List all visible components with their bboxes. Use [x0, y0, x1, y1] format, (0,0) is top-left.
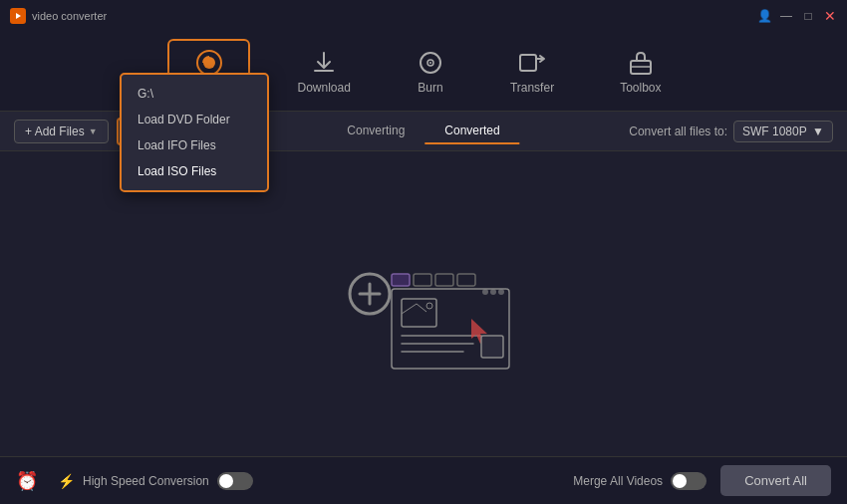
- toolbar-transfer[interactable]: Transfer: [492, 41, 572, 103]
- format-dropdown-arrow-icon: ▼: [812, 125, 824, 138]
- titlebar-left: video converter: [10, 8, 107, 24]
- toolbar-download[interactable]: Download: [280, 41, 369, 103]
- tab-group: Converting Converted: [327, 119, 519, 144]
- dropdown-item-load-iso-files[interactable]: Load ISO Files: [122, 158, 267, 184]
- bottombar-left: ⏰ ⚡ High Speed Conversion: [16, 470, 253, 492]
- svg-point-26: [482, 289, 488, 295]
- svg-rect-15: [457, 274, 475, 286]
- toolbox-label: Toolbox: [620, 81, 661, 95]
- tab-converted[interactable]: Converted: [424, 119, 519, 144]
- high-speed-conversion: ⚡ High Speed Conversion: [58, 472, 253, 490]
- titlebar: video converter 👤 — □ ✕: [0, 0, 847, 32]
- convert-all-button[interactable]: Convert All: [720, 465, 831, 496]
- empty-state-illustration: [324, 224, 523, 383]
- load-dvd-dropdown: G:\ Load DVD Folder Load IFO Files Load …: [120, 73, 269, 192]
- high-speed-toggle[interactable]: [217, 472, 253, 490]
- svg-point-27: [490, 289, 496, 295]
- format-label: Convert all files to:: [629, 125, 727, 138]
- svg-rect-6: [520, 55, 536, 71]
- minimize-button[interactable]: —: [779, 9, 793, 23]
- transfer-label: Transfer: [510, 81, 554, 95]
- svg-line-19: [417, 304, 426, 312]
- svg-marker-0: [16, 13, 21, 19]
- svg-rect-12: [392, 274, 410, 286]
- bottombar: ⏰ ⚡ High Speed Conversion Merge All Vide…: [0, 456, 847, 504]
- user-icon[interactable]: 👤: [757, 9, 771, 23]
- burn-label: Burn: [418, 81, 442, 95]
- download-label: Download: [298, 81, 351, 95]
- dropdown-item-load-ifo-files[interactable]: Load IFO Files: [122, 132, 267, 158]
- titlebar-controls: 👤 — □ ✕: [757, 9, 837, 23]
- add-files-arrow-icon: ▼: [89, 126, 98, 136]
- svg-rect-25: [481, 336, 503, 358]
- alarm-button[interactable]: ⏰: [16, 470, 38, 492]
- format-dropdown[interactable]: SWF 1080P ▼: [733, 121, 833, 142]
- dropdown-item-load-dvd-folder[interactable]: Load DVD Folder: [122, 107, 267, 132]
- merge-all-label: Merge All Videos: [573, 474, 663, 488]
- maximize-button[interactable]: □: [801, 9, 815, 23]
- merge-all-videos: Merge All Videos: [573, 472, 706, 490]
- format-value: SWF 1080P: [742, 125, 807, 138]
- app-icon: [10, 8, 26, 24]
- bottombar-right: Merge All Videos Convert All: [573, 465, 831, 496]
- format-selector: Convert all files to: SWF 1080P ▼: [629, 121, 833, 142]
- toolbar-toolbox[interactable]: Toolbox: [602, 41, 679, 103]
- svg-line-18: [402, 304, 417, 314]
- dropdown-item-go[interactable]: G:\: [122, 81, 267, 107]
- add-files-button[interactable]: + Add Files ▼: [14, 120, 109, 143]
- app-title: video converter: [32, 10, 107, 22]
- svg-rect-14: [435, 274, 453, 286]
- lightning-icon: ⚡: [58, 473, 75, 489]
- svg-rect-13: [414, 274, 431, 286]
- svg-point-28: [498, 289, 504, 295]
- merge-all-toggle[interactable]: [671, 472, 706, 490]
- main-content: [0, 151, 847, 456]
- toolbar-burn[interactable]: Burn: [399, 41, 462, 103]
- high-speed-label: High Speed Conversion: [83, 474, 209, 488]
- tab-converting[interactable]: Converting: [327, 119, 424, 144]
- svg-point-20: [426, 303, 432, 309]
- close-button[interactable]: ✕: [823, 9, 837, 23]
- svg-point-5: [429, 62, 431, 64]
